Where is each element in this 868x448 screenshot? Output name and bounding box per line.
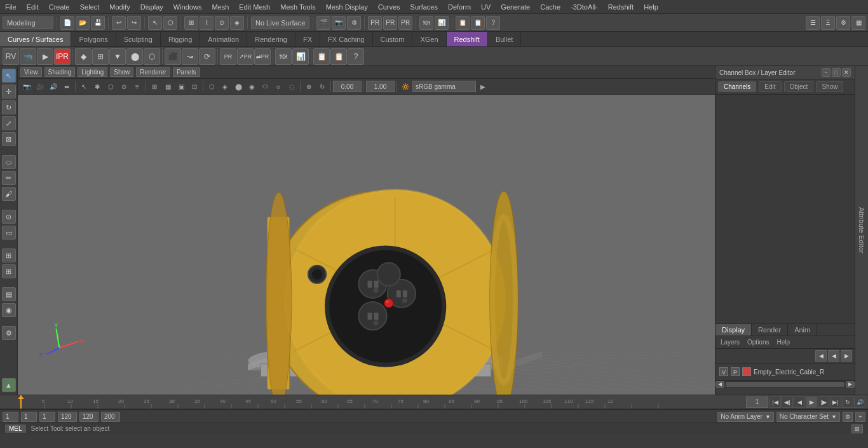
open-btn[interactable]: 📂	[76, 16, 90, 30]
extra-btn1[interactable]: 📋	[456, 16, 470, 30]
tool-icon-cube[interactable]: ⬛	[165, 48, 181, 65]
menu-help[interactable]: Help	[639, 2, 663, 12]
tool-pr1[interactable]: PR	[220, 48, 236, 65]
cb-tab-object[interactable]: Object	[784, 81, 814, 92]
tool-paint[interactable]: ✏	[2, 171, 16, 185]
cb-max-btn[interactable]: □	[832, 68, 841, 77]
vpi-display3[interactable]: ▣	[175, 80, 187, 93]
tab-polygons[interactable]: Polygons	[71, 32, 116, 46]
snap-point-btn[interactable]: ⊙	[215, 16, 229, 30]
hscroll-right[interactable]: ▶	[846, 381, 855, 388]
tab-bullet[interactable]: Bullet	[488, 32, 522, 46]
layer-tab-anim[interactable]: Anim	[788, 324, 817, 336]
menu-redshift[interactable]: Redshift	[603, 2, 639, 12]
tool-plus[interactable]: ⊞	[2, 264, 16, 278]
attr-editor-btn[interactable]: Ξ	[821, 16, 835, 30]
layer-vis-0[interactable]: V	[719, 367, 728, 376]
snap-grid-btn[interactable]: ⊞	[184, 16, 198, 30]
vpi-cam2[interactable]: 🎥	[34, 80, 46, 93]
pb-play-back[interactable]: ◀	[794, 397, 805, 408]
frame-range-start[interactable]	[58, 412, 77, 422]
current-frame-field[interactable]	[746, 397, 768, 408]
vp-renderer-menu[interactable]: Renderer	[136, 67, 170, 77]
pb-go-end[interactable]: ▶|	[830, 397, 841, 408]
tab-fx-caching[interactable]: FX Caching	[320, 32, 372, 46]
layer-play-0[interactable]: P	[731, 367, 740, 376]
tool-icon-render2[interactable]: 📋	[313, 48, 330, 65]
frame-field2[interactable]	[21, 412, 37, 422]
vpi-display1[interactable]: ⊞	[148, 80, 161, 93]
vpi-sel1[interactable]: ↖	[78, 80, 90, 93]
tab-custom[interactable]: Custom	[373, 32, 413, 46]
frame-range-end[interactable]	[79, 412, 98, 422]
layer-ctrl-next[interactable]: ▶	[841, 350, 852, 362]
menu-modify[interactable]: Modify	[104, 2, 135, 12]
menu-mesh-tools[interactable]: Mesh Tools	[275, 2, 320, 12]
tool-pr2[interactable]: ↗PR	[237, 48, 254, 65]
vpi-shading3[interactable]: ⬤	[232, 80, 245, 93]
layer-menu-layers[interactable]: Layers	[718, 338, 742, 346]
frame-field1[interactable]	[3, 412, 18, 422]
no-anim-layer-dropdown[interactable]: No Anim Layer ▼	[717, 412, 774, 422]
tool-last[interactable]: ⊠	[2, 132, 16, 146]
tool-show-obj[interactable]: ◉	[2, 303, 16, 317]
vpi-sel3[interactable]: ⬡	[104, 80, 117, 93]
layer-color-0[interactable]	[742, 367, 751, 376]
pr-btn1[interactable]: PR	[368, 16, 382, 30]
tab-rendering[interactable]: Rendering	[247, 32, 295, 46]
vpi-shading1[interactable]: ⬡	[205, 80, 218, 93]
pb-sound[interactable]: 🔊	[854, 397, 865, 408]
char-plus-btn[interactable]: +	[855, 412, 865, 422]
menu-3dtoall[interactable]: -3DtoAll-	[566, 2, 603, 12]
pr-btn3[interactable]: PR	[398, 16, 412, 30]
tool-icon-q[interactable]: ?	[348, 48, 364, 65]
tool-rect[interactable]: ▭	[2, 226, 16, 240]
select-lasso-btn[interactable]: ⬡	[163, 16, 177, 30]
redo-btn[interactable]: ↪	[127, 16, 141, 30]
menu-surfaces[interactable]: Surfaces	[405, 2, 443, 12]
tab-animation[interactable]: Animation	[200, 32, 247, 46]
tool-pr3[interactable]: ⇄PR	[254, 48, 271, 65]
tab-curves-surfaces[interactable]: Curves / Surfaces	[0, 32, 71, 46]
tool-icon-cam[interactable]: 📹	[20, 48, 36, 65]
vp-field2[interactable]	[366, 81, 395, 92]
menu-display[interactable]: Display	[135, 2, 168, 12]
menu-generate[interactable]: Generate	[496, 2, 535, 12]
vpi-shading5[interactable]: ⬭	[259, 80, 271, 93]
tool-rotate[interactable]: ↻	[2, 100, 16, 114]
vpi-gamma-icon[interactable]: 🔆	[399, 80, 412, 93]
vpi-shading6[interactable]: ⌾	[272, 80, 285, 93]
pb-go-start[interactable]: |◀	[770, 397, 781, 408]
tab-sculpting[interactable]: Sculpting	[116, 32, 161, 46]
vp-panels-menu[interactable]: Panels	[173, 67, 200, 77]
viewport-canvas[interactable]: X Y Z persp	[18, 95, 715, 395]
cb-min-btn[interactable]: −	[822, 68, 831, 77]
menu-edit[interactable]: Edit	[22, 2, 44, 12]
no-char-set-dropdown[interactable]: No Character Set ▼	[776, 412, 840, 422]
layer-menu-help[interactable]: Help	[774, 338, 792, 346]
tool-icon-ipr2[interactable]: ▶	[37, 48, 53, 65]
tool-icon-chart[interactable]: 📊	[292, 48, 309, 65]
layer-menu-options[interactable]: Options	[745, 338, 771, 346]
vpi-sel4[interactable]: ⊙	[118, 80, 130, 93]
vpi-sel5[interactable]: ≡	[131, 80, 144, 93]
mel-label[interactable]: MEL	[5, 424, 26, 433]
menu-edit-mesh[interactable]: Edit Mesh	[234, 2, 275, 12]
cb-tab-edit[interactable]: Edit	[759, 81, 781, 92]
frame-max-end[interactable]	[101, 412, 120, 422]
menu-curves[interactable]: Curves	[373, 2, 405, 12]
char-settings-btn[interactable]: ⚙	[843, 412, 853, 422]
tool-grid2[interactable]: ⊞	[2, 248, 16, 262]
hscroll-left[interactable]: ◀	[715, 381, 724, 388]
undo-btn[interactable]: ↩	[112, 16, 126, 30]
menu-file[interactable]: File	[0, 2, 22, 12]
menu-uv[interactable]: UV	[476, 2, 496, 12]
help-btn[interactable]: ?	[486, 16, 500, 30]
ipr-btn[interactable]: 📷	[332, 16, 346, 30]
tool-show-h[interactable]: ▤	[2, 287, 16, 301]
vpi-cam3[interactable]: 🔊	[47, 80, 60, 93]
vpi-camera-btn[interactable]: 📷	[20, 80, 33, 93]
tool-settings-btn[interactable]: ⚙	[836, 16, 850, 30]
vp-gamma-dropdown[interactable]: sRGB gamma	[412, 81, 476, 92]
tool-icon-plate[interactable]: 🍽	[275, 48, 292, 65]
